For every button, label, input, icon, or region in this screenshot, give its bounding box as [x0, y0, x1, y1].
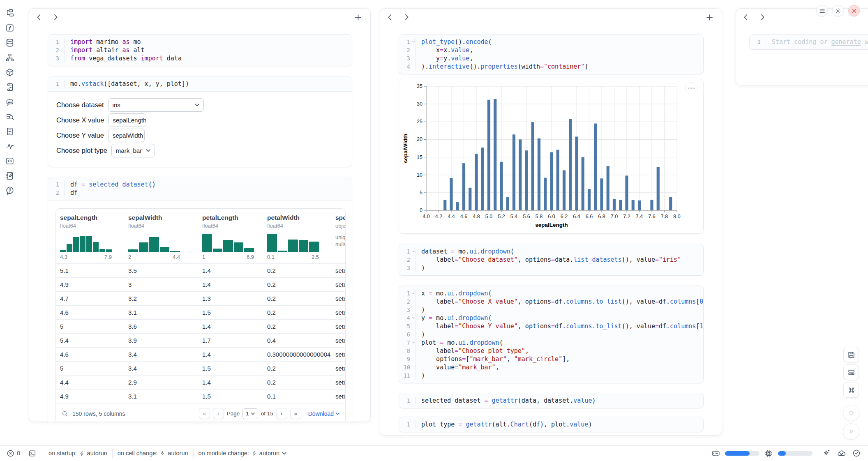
code-line[interactable]: selected_dataset = getattr(data, dataset… — [416, 396, 596, 405]
ai-assistant-button[interactable] — [822, 448, 831, 458]
code-line[interactable]: import marimo as mo — [65, 38, 141, 46]
menu-button[interactable] — [816, 5, 828, 16]
fold-chevron-icon[interactable] — [412, 40, 415, 44]
runtime-config-1[interactable]: on cell change:autorun — [114, 450, 192, 456]
panel-right-prev-button[interactable] — [743, 13, 748, 21]
code-line[interactable]: x = mo.ui.dropdown( — [416, 289, 492, 297]
code-line[interactable]: label="Choose dataset", options=data.lis… — [416, 256, 681, 264]
sidebar-logs-search-button[interactable] — [5, 112, 15, 122]
code-cell-selected-dataset[interactable]: 1selected_dataset = getattr(data, datase… — [399, 393, 704, 408]
column-header-petalLength[interactable]: petalLengthfloat6416.9 — [198, 214, 263, 263]
panel-left-next-button[interactable] — [53, 13, 59, 21]
svg-text:5.8: 5.8 — [536, 214, 542, 219]
code-cell-dataframe[interactable]: 1df = selected_dataset()2df sepalLengthf… — [48, 177, 352, 422]
sidebar-documentation-file-button[interactable] — [5, 127, 15, 136]
code-line[interactable]: from vega_datasets import data — [65, 54, 182, 62]
terminal-icon — [28, 449, 36, 457]
runtime-button[interactable] — [836, 448, 847, 459]
code-line[interactable]: ).interactive().properties(width="contai… — [416, 62, 588, 71]
sidebar-database-button[interactable] — [5, 38, 15, 48]
panel-mid-add-cell-button[interactable] — [704, 14, 715, 21]
first-page-button[interactable]: « — [199, 408, 210, 419]
code-line[interactable]: label="Choose Y value", options=df.colum… — [416, 322, 704, 330]
bar-chart[interactable]: 4.04.24.44.64.85.05.25.45.65.86.06.26.46… — [399, 79, 703, 233]
panel-right-next-button[interactable] — [760, 13, 766, 21]
chart-menu-button[interactable] — [685, 82, 697, 95]
panel-left-toolbar — [29, 9, 370, 26]
command-palette-button[interactable] — [843, 382, 859, 398]
code-line[interactable]: ) — [416, 330, 425, 339]
code-line[interactable]: y=y.value, — [416, 54, 473, 62]
code-line[interactable]: dataset = mo.ui.dropdown( — [416, 247, 514, 256]
code-line[interactable]: options=["mark_bar", "mark_circle"], — [416, 355, 570, 363]
next-page-button[interactable]: › — [276, 408, 287, 419]
table-row: 53.41.50.2setosa — [56, 361, 346, 375]
layout-button[interactable] — [843, 364, 859, 380]
empty-code-cell[interactable]: 1 Start coding or generate with AI — [749, 34, 868, 50]
column-header-sepalWidth[interactable]: sepalWidthfloat6424.4 — [124, 214, 198, 263]
panel-left-prev-button[interactable] — [36, 13, 42, 21]
sidebar-scratchpad-button[interactable] — [5, 171, 15, 181]
last-page-button[interactable]: » — [290, 408, 301, 419]
code-cell-plot-encode[interactable]: 1plot_type().encode(2 x=x.value,3 y=y.va… — [399, 34, 704, 74]
code-cell-dataset-dropdown[interactable]: 1dataset = mo.ui.dropdown(2 label="Choos… — [399, 244, 704, 276]
panel-left-add-cell-button[interactable] — [353, 14, 364, 21]
code-line[interactable]: mo.vstack([dataset, x, y, plot]) — [65, 80, 189, 88]
choose-y-value-select[interactable]: sepalWidth — [108, 129, 145, 142]
sidebar-package-cube-button[interactable] — [5, 67, 15, 77]
sidebar-tracing-pulse-button[interactable] — [5, 141, 15, 151]
stop-button[interactable] — [843, 405, 859, 421]
page-select[interactable]: 1 — [242, 408, 258, 419]
code-cell-plot-type[interactable]: 1plot_type = getattr(alt.Chart(df), plot… — [399, 417, 704, 432]
choose-dataset-select[interactable]: iris — [108, 98, 204, 112]
code-line[interactable]: value="mark_bar", — [416, 363, 499, 371]
code-line[interactable]: y = mo.ui.dropdown( — [416, 314, 492, 322]
code-line[interactable]: df = selected_dataset() — [65, 180, 156, 189]
sidebar-code-snippets-button[interactable] — [5, 156, 15, 166]
fold-chevron-icon[interactable] — [412, 341, 415, 344]
code-line[interactable]: plot_type().encode( — [416, 38, 492, 46]
sidebar-dependency-graph-button[interactable] — [5, 53, 15, 62]
column-header-petalWidth[interactable]: petalWidthfloat640.12.5 — [263, 214, 331, 263]
code-cell-imports[interactable]: 1import marimo as mo2import altair as al… — [48, 34, 352, 66]
close-panel-button[interactable] — [848, 5, 860, 16]
code-line[interactable]: plot_type = getattr(alt.Chart(df), plot.… — [416, 420, 592, 429]
panel-mid-next-button[interactable] — [404, 13, 410, 21]
runtime-config-2[interactable]: on module change:autorun — [195, 450, 290, 456]
choose-plot-type-select[interactable]: mark_bar — [111, 144, 155, 157]
sidebar-file-tree-button[interactable] — [5, 8, 15, 18]
save-button[interactable] — [843, 347, 859, 362]
code-line[interactable]: x=x.value, — [416, 46, 473, 54]
column-header-species[interactable]: speciesobjectunique:nulls: — [331, 214, 346, 263]
sidebar-math-function-button[interactable] — [5, 23, 15, 33]
code-line[interactable]: label="Choose plot type", — [416, 347, 529, 355]
fold-chevron-icon[interactable] — [412, 292, 415, 295]
code-line[interactable]: ) — [416, 264, 425, 272]
code-line[interactable]: plot = mo.ui.dropdown( — [416, 339, 503, 347]
code-line[interactable]: label="Choose X value", options=df.colum… — [416, 297, 704, 306]
code-line[interactable]: ) — [416, 306, 425, 314]
terminal-button[interactable] — [28, 449, 37, 458]
errors-indicator[interactable]: 0 — [7, 449, 20, 457]
code-cell-vstack[interactable]: 1mo.vstack([dataset, x, y, plot]) Choose… — [48, 76, 352, 167]
sidebar-script-scroll-button[interactable] — [5, 82, 15, 92]
code-line[interactable]: df — [65, 189, 78, 197]
fold-chevron-icon[interactable] — [412, 316, 415, 320]
settings-button[interactable] — [832, 5, 844, 16]
code-cell-xy-plot-dropdowns[interactable]: 1x = mo.ui.dropdown(2 label="Choose X va… — [399, 286, 704, 383]
column-header-sepalLength[interactable]: sepalLengthfloat644.37.9 — [56, 214, 124, 263]
runtime-config-0[interactable]: on startup:autorun — [45, 450, 111, 456]
generate-link[interactable]: generate — [831, 38, 861, 46]
search-icon[interactable] — [62, 410, 68, 417]
run-button[interactable] — [843, 423, 859, 440]
download-button[interactable]: Download — [308, 410, 339, 417]
sidebar-help-question-button[interactable] — [5, 186, 15, 196]
code-line[interactable]: import altair as alt — [65, 46, 145, 54]
sidebar-chat-assistant-button[interactable] — [5, 97, 15, 107]
panel-mid-prev-button[interactable] — [387, 13, 392, 21]
code-line[interactable]: ) — [416, 371, 425, 380]
connection-status-button[interactable] — [852, 448, 861, 458]
prev-page-button[interactable]: ‹ — [213, 408, 224, 419]
choose-x-value-select[interactable]: sepalLength — [108, 113, 146, 127]
fold-chevron-icon[interactable] — [412, 250, 415, 253]
